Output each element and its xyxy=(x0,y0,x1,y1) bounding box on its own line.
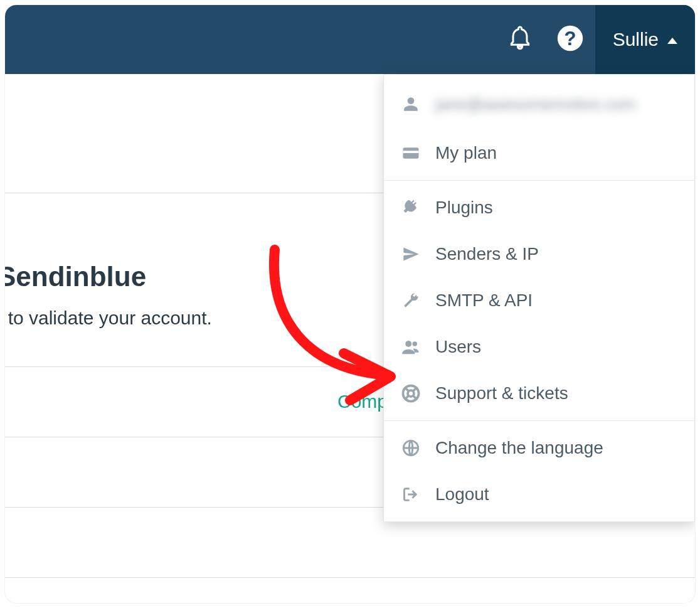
dropdown-email-text: jane@awesomemotive.com xyxy=(435,95,636,114)
dropdown-item-label: Senders & IP xyxy=(435,244,539,264)
user-icon xyxy=(400,96,422,112)
users-icon xyxy=(400,338,422,356)
dropdown-item-users[interactable]: Users xyxy=(384,324,694,370)
dropdown-item-support[interactable]: Support & tickets xyxy=(384,370,694,417)
bell-icon xyxy=(507,26,533,53)
complete-link-fragment[interactable]: Comp xyxy=(337,391,388,412)
page-content: Sendinblue / to validate your account. C… xyxy=(5,74,695,603)
dropdown-item-plugins[interactable]: Plugins xyxy=(384,184,694,231)
username-label: Sullie xyxy=(613,29,659,50)
dropdown-item-label: Users xyxy=(435,337,481,357)
dropdown-item-label: Logout xyxy=(435,484,489,504)
signout-icon xyxy=(400,486,422,503)
help-button[interactable]: ? xyxy=(545,5,595,74)
dropdown-item-label: My plan xyxy=(435,143,497,163)
globe-icon xyxy=(400,439,422,457)
plug-icon xyxy=(400,199,422,216)
svg-point-7 xyxy=(408,390,414,397)
dropdown-group-footer: Change the language Logout xyxy=(384,421,694,521)
lifebuoy-icon xyxy=(400,384,422,403)
dropdown-email[interactable]: jane@awesomemotive.com xyxy=(384,78,694,130)
dropdown-item-language[interactable]: Change the language xyxy=(384,425,694,471)
svg-point-4 xyxy=(405,341,411,347)
dropdown-item-my-plan[interactable]: My plan xyxy=(384,130,694,176)
dropdown-item-label: Plugins xyxy=(435,198,493,218)
credit-card-icon xyxy=(400,144,422,163)
dropdown-group-tools: Plugins Senders & IP SMTP & API xyxy=(384,181,694,421)
topbar: ? Sullie xyxy=(5,5,695,74)
user-menu-trigger[interactable]: Sullie xyxy=(595,5,695,74)
dropdown-item-label: SMTP & API xyxy=(435,291,533,311)
wrench-icon xyxy=(400,292,422,309)
paper-plane-icon xyxy=(400,245,422,263)
svg-text:?: ? xyxy=(564,28,576,50)
dropdown-item-senders-ip[interactable]: Senders & IP xyxy=(384,231,694,277)
svg-rect-3 xyxy=(403,151,419,153)
dropdown-item-label: Support & tickets xyxy=(435,383,568,403)
dropdown-item-label: Change the language xyxy=(435,438,603,458)
dropdown-item-smtp-api[interactable]: SMTP & API xyxy=(384,277,694,324)
user-dropdown: jane@awesomemotive.com My plan Plugins xyxy=(383,74,695,522)
dropdown-item-logout[interactable]: Logout xyxy=(384,471,694,518)
dropdown-group-account: jane@awesomemotive.com My plan xyxy=(384,75,694,181)
help-icon: ? xyxy=(556,24,584,55)
chevron-up-icon xyxy=(667,38,677,44)
app-frame: ? Sullie Sendinblue / to validate your a… xyxy=(5,5,695,603)
notifications-button[interactable] xyxy=(495,5,545,74)
svg-point-5 xyxy=(413,341,418,346)
